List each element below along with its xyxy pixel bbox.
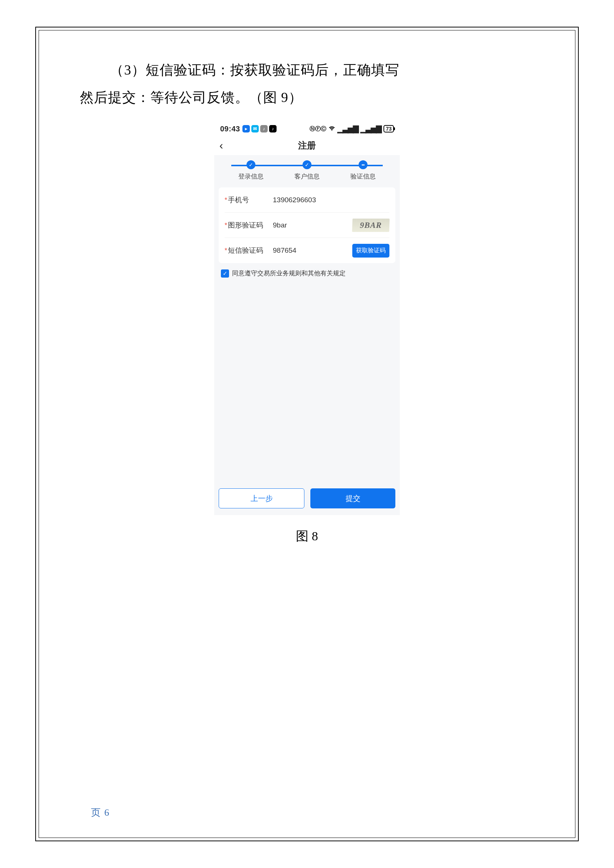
battery-icon: 73 [383,125,394,132]
signal-icon-2: ▁▃▅▇ [360,124,381,133]
progress-step-3: 验证信息 [335,160,391,181]
progress-steps: ✓ 登录信息 ✓ 客户信息 验证信息 [214,155,400,184]
agree-text: 同意遵守交易所业务规则和其他有关规定 [232,269,346,277]
phone-input[interactable]: 13906296603 [273,196,389,204]
row-image-captcha: *图形验证码 9bar 9BAR [225,212,389,238]
sms-code-label: *短信验证码 [225,246,273,255]
page-border-outer: （3）短信验证码：按获取验证码后，正确填写 然后提交：等待公司反馈。（图 9） … [35,27,579,841]
dots-icon [358,160,367,169]
nav-title: 注册 [214,140,400,151]
figure-caption: 图 8 [80,528,534,545]
required-star: * [225,196,227,204]
page: （3）短信验证码：按获取验证码后，正确填写 然后提交：等待公司反馈。（图 9） … [0,0,614,868]
prev-button[interactable]: 上一步 [219,488,304,508]
submit-button[interactable]: 提交 [310,488,395,508]
page-num-value: 6 [104,807,109,818]
screenshot-wrapper: 09:43 ▸ ✉ ♪ ♪ ⓃⒻⒸ [80,122,534,515]
page-label: 页 [91,807,101,818]
page-border-inner: （3）短信验证码：按获取验证码后，正确填写 然后提交：等待公司反馈。（图 9） … [39,30,575,838]
progress-step-2: ✓ 客户信息 [279,160,335,181]
phone-label: *手机号 [225,195,273,205]
form-card: *手机号 13906296603 *图形验证码 9bar 9BAR *短信验证码… [219,188,395,263]
app-icon-3: ♪ [260,125,268,132]
status-app-icons: ▸ ✉ ♪ ♪ [242,125,276,132]
step-label-1: 登录信息 [238,172,264,181]
nfc-icon: ⓃⒻⒸ [310,126,326,132]
body-line-1: （3）短信验证码：按获取验证码后，正确填写 [80,56,534,84]
body-text: （3）短信验证码：按获取验证码后，正确填写 然后提交：等待公司反馈。（图 9） [80,56,534,111]
agree-checkbox[interactable]: ✓ [221,270,229,277]
page-number: 页6 [91,806,109,819]
app-icon-1: ▸ [242,125,250,132]
required-star: * [225,247,227,254]
image-captcha-input[interactable]: 9bar [273,221,352,229]
check-icon: ✓ [247,160,256,169]
app-icon-2: ✉ [251,125,259,132]
status-bar: 09:43 ▸ ✉ ♪ ♪ ⓃⒻⒸ [214,122,400,136]
status-time: 09:43 [220,125,240,133]
nav-bar: ‹ 注册 [214,136,400,155]
step-label-3: 验证信息 [350,172,376,181]
row-phone: *手机号 13906296603 [225,188,389,212]
progress-step-1: ✓ 登录信息 [223,160,279,181]
get-code-button[interactable]: 获取验证码 [352,244,389,257]
sms-code-input[interactable]: 987654 [273,246,352,254]
body-line-2: 然后提交：等待公司反馈。（图 9） [80,84,534,111]
status-bar-left: 09:43 ▸ ✉ ♪ ♪ [220,125,276,133]
footer-buttons: 上一步 提交 [219,488,395,508]
signal-icon-1: ▁▃▅▇ [338,124,358,133]
row-sms-code: *短信验证码 987654 获取验证码 [225,238,389,263]
required-star: * [225,222,227,229]
wifi-icon [329,125,335,133]
phone-screenshot: 09:43 ▸ ✉ ♪ ♪ ⓃⒻⒸ [214,122,400,515]
agree-row[interactable]: ✓ 同意遵守交易所业务规则和其他有关规定 [214,263,400,284]
step-label-2: 客户信息 [295,172,319,181]
back-button[interactable]: ‹ [219,140,223,151]
image-captcha-label: *图形验证码 [225,220,273,230]
app-icon-4: ♪ [269,125,276,132]
status-bar-right: ⓃⒻⒸ ▁▃▅▇ ▁▃▅▇ 73 [310,124,394,133]
check-icon: ✓ [302,160,312,169]
captcha-image[interactable]: 9BAR [352,219,389,232]
